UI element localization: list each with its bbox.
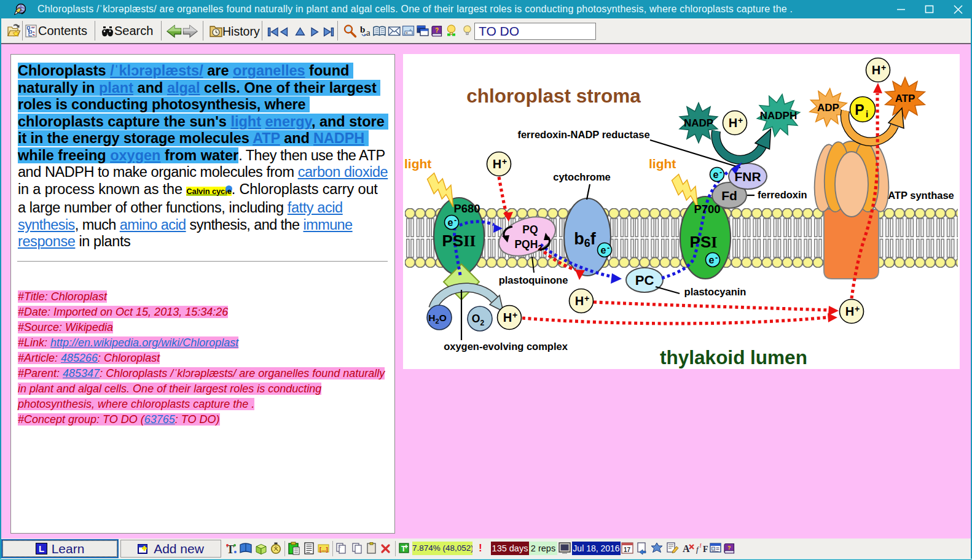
svg-text:P680: P680 [453, 202, 480, 215]
svg-text:-: - [715, 253, 718, 262]
svg-text:cytochrome: cytochrome [553, 171, 611, 182]
svg-text:+: + [512, 310, 517, 320]
svg-text:-: - [607, 243, 609, 252]
svg-text:FNR: FNR [734, 169, 761, 184]
svg-text:P700: P700 [694, 203, 720, 216]
svg-text:i: i [866, 109, 868, 119]
svg-text:light: light [404, 157, 431, 171]
svg-text:a: a [366, 28, 370, 37]
svg-text:-: - [454, 216, 457, 225]
svg-text:+: + [881, 63, 886, 72]
svg-text:?: ? [727, 545, 731, 551]
svg-text:-: - [719, 168, 722, 177]
svg-text:+: + [855, 304, 860, 314]
svg-text:light: light [649, 157, 676, 171]
svg-text:H: H [729, 116, 737, 130]
svg-text:H: H [872, 63, 880, 77]
svg-text:+: + [584, 294, 589, 303]
svg-text:H: H [493, 157, 501, 171]
svg-text:PC: PC [635, 273, 654, 288]
svg-text:x...: x... [406, 31, 412, 35]
svg-text:?: ? [435, 27, 439, 34]
svg-text:e: e [601, 245, 606, 255]
svg-text:+: + [738, 115, 743, 125]
svg-text:e: e [448, 217, 453, 228]
svg-text:H: H [503, 311, 512, 324]
svg-text:ATP: ATP [895, 93, 915, 104]
svg-text:e: e [713, 169, 719, 180]
svg-text:H: H [575, 294, 584, 308]
svg-text:P: P [855, 102, 864, 118]
svg-text:ferredoxin-NADP reductase: ferredoxin-NADP reductase [517, 129, 649, 140]
svg-text:chloroplast stroma: chloroplast stroma [466, 85, 641, 107]
svg-text:Fd: Fd [721, 189, 737, 203]
svg-text:thylakoid lumen: thylakoid lumen [660, 346, 807, 368]
svg-text:plastoquinone: plastoquinone [499, 274, 568, 286]
svg-text:F: F [703, 545, 708, 554]
svg-text:ATP synthase: ATP synthase [888, 190, 954, 201]
svg-text:+: + [502, 157, 507, 166]
svg-text:A: A [683, 543, 690, 554]
svg-text:PSI: PSI [690, 233, 718, 251]
svg-text:H: H [845, 305, 854, 318]
svg-text:plastocyanin: plastocyanin [684, 286, 747, 297]
svg-text:ADP: ADP [817, 102, 839, 114]
svg-text:PQ: PQ [522, 224, 538, 236]
svg-text:NADPH: NADPH [760, 110, 797, 122]
svg-text:T: T [401, 545, 406, 553]
svg-text:f: f [700, 543, 702, 549]
svg-text:NADP: NADP [684, 117, 713, 129]
svg-text:17: 17 [624, 546, 631, 553]
svg-text:PSII: PSII [442, 231, 476, 250]
svg-text:e: e [709, 255, 715, 265]
svg-text:b: b [360, 25, 365, 34]
svg-text:ferredoxin: ferredoxin [758, 189, 807, 200]
svg-text:[...]: [...] [319, 546, 328, 553]
svg-text:oxygen-evolving complex: oxygen-evolving complex [444, 341, 568, 352]
